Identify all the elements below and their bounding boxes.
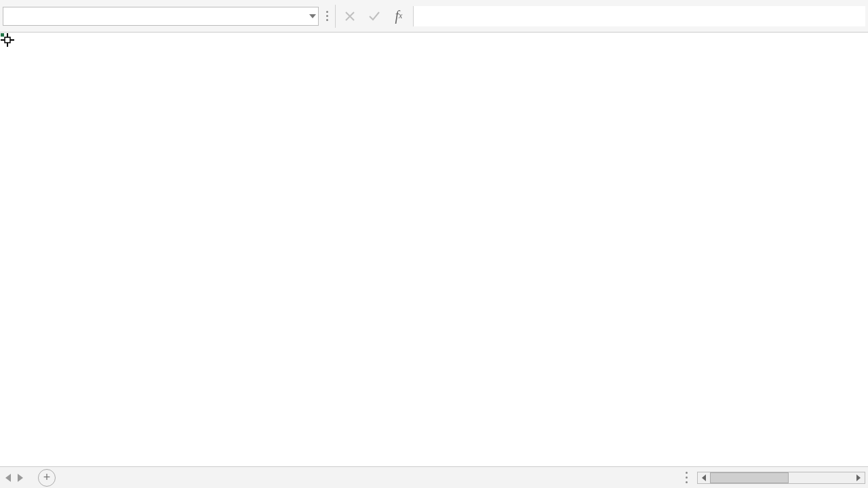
tab-prev-icon[interactable] (5, 474, 11, 482)
tab-nav[interactable] (0, 474, 28, 482)
insert-function-icon[interactable]: fx (389, 6, 409, 26)
cell-cursor-icon (0, 33, 15, 51)
formula-bar-options-icon[interactable] (323, 7, 331, 26)
new-sheet-button[interactable]: + (38, 469, 56, 487)
tab-next-icon[interactable] (18, 474, 23, 482)
scroll-left-icon[interactable] (698, 472, 710, 483)
horizontal-scrollbar[interactable] (697, 472, 865, 484)
cancel-formula-icon (340, 6, 360, 26)
tab-options-icon[interactable] (682, 471, 690, 485)
sheet-tab-bar: + (0, 466, 868, 488)
formula-input[interactable] (414, 7, 865, 26)
name-box-wrap (3, 6, 319, 26)
svg-rect-4 (5, 37, 10, 43)
scroll-thumb[interactable] (710, 472, 789, 483)
name-box[interactable] (3, 7, 319, 26)
spreadsheet-grid[interactable] (0, 33, 868, 466)
accept-formula-icon (364, 6, 384, 26)
scroll-right-icon[interactable] (852, 472, 865, 483)
name-box-dropdown-icon[interactable] (309, 14, 316, 18)
formula-bar: fx (0, 0, 868, 33)
